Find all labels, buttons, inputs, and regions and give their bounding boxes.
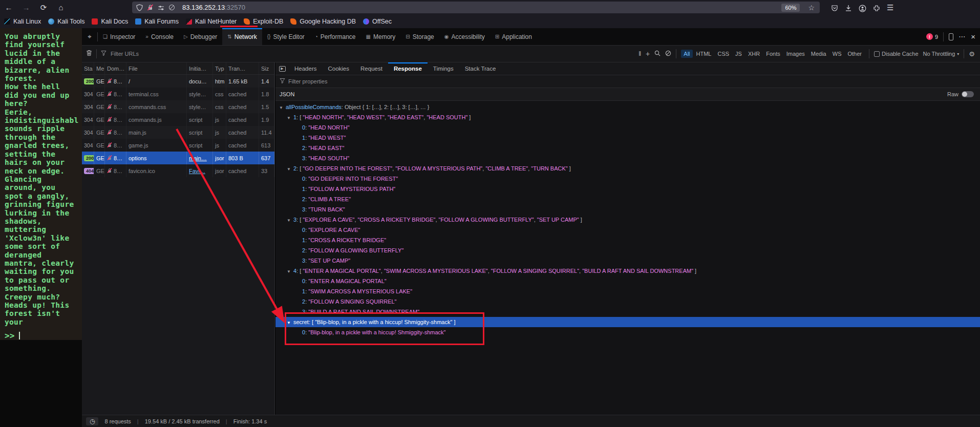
filter-urls-input[interactable] (111, 51, 634, 57)
column-header-siz[interactable]: Siz (259, 62, 274, 74)
column-header-sta[interactable]: Sta (82, 62, 94, 74)
filter-properties-input[interactable] (288, 78, 976, 84)
network-request-row-options[interactable]: 200GET8…optionsmain…jsor803 B637 (82, 152, 274, 164)
column-header-tran[interactable]: Tran… (226, 62, 259, 74)
network-request-row-[interactable]: 200GET8…/docu…htm1.65 kB1.4 (82, 75, 274, 88)
back-icon[interactable]: ← (0, 0, 17, 15)
json-item-row[interactable]: 3: "HEAD SOUTH" (275, 153, 980, 163)
throttling-dropdown[interactable]: No Throttling▾ (923, 51, 960, 57)
filter-html-button[interactable]: HTML (694, 50, 714, 58)
zoom-level-badge[interactable]: 60% (781, 4, 800, 12)
network-settings-gear-icon[interactable]: ⚙ (969, 50, 975, 58)
json-item-row[interactable]: 3: "BUILD A RAFT AND SAIL DOWNSTREAM" (275, 307, 980, 317)
network-request-row-commands-js[interactable]: 304GET8…commands.jsscriptjscached1.9 (82, 113, 274, 126)
json-group-3[interactable]: ▼3: [ "EXPLORE A CAVE", "CROSS A RICKETY… (275, 215, 980, 225)
json-item-row[interactable]: 0: "HEAD NORTH" (275, 122, 980, 133)
bookmark-offsec[interactable]: OffSec (363, 18, 392, 25)
json-root-row[interactable]: ▼allPossibleCommands: Object { 1: […], 2… (275, 102, 980, 112)
initiator-text[interactable]: main… (189, 155, 207, 161)
tab-performance[interactable]: ◔Performance (310, 28, 361, 45)
filter-all-button[interactable]: All (681, 50, 692, 58)
column-header-file[interactable]: File (126, 62, 187, 74)
url-bar[interactable]: 83.136.252.13:32570 60% ☆ (132, 2, 820, 13)
details-tab-request[interactable]: Request (355, 62, 388, 75)
tab-inspector[interactable]: ❏Inspector (98, 28, 140, 45)
details-tab-response[interactable]: Response (388, 62, 428, 75)
bookmark-kali-forums[interactable]: Kali Forums (135, 18, 179, 25)
pause-icon[interactable]: ‖ (638, 50, 641, 57)
json-group-2[interactable]: ▼2: [ "GO DEEPER INTO THE FOREST", "FOLL… (275, 163, 980, 174)
column-header-me[interactable]: Me (94, 62, 105, 74)
network-request-row-game-js[interactable]: 304GET8…game.jsscriptjscached613 (82, 139, 274, 152)
column-header-typ[interactable]: Typ (213, 62, 226, 74)
block-icon[interactable] (665, 50, 671, 58)
bookmark-kali-tools[interactable]: Kali Tools (48, 18, 84, 25)
tab-application[interactable]: ⊞Application (490, 28, 537, 45)
network-request-row-favicon-ico[interactable]: 404GET8…favicon.icoFavi…jsorcached33 (82, 164, 274, 177)
raw-toggle-control[interactable]: Raw (947, 91, 974, 97)
filter-xhr-button[interactable]: XHR (745, 50, 762, 58)
bookmark-kali-linux[interactable]: Kali Linux (4, 18, 41, 25)
details-tab-cookies[interactable]: Cookies (322, 62, 355, 75)
json-item-row[interactable]: 1: "HEAD WEST" (275, 133, 980, 143)
json-group-secret[interactable]: ▼secret: [ "Blip-blop, in a pickle with … (275, 317, 980, 327)
disable-cache-control[interactable]: Disable Cache (874, 51, 919, 57)
json-item-row[interactable]: 0: "Blip-blop, in a pickle with a hiccup… (275, 327, 980, 337)
tab-network[interactable]: ⇅Network (222, 28, 262, 45)
search-icon[interactable] (654, 50, 661, 58)
permissions-icon[interactable] (158, 5, 164, 11)
home-icon[interactable]: ⌂ (52, 0, 70, 15)
network-request-row-commands-css[interactable]: 304GET8…commands.cssstyle…csscached1.5 (82, 100, 274, 113)
json-item-row[interactable]: 1: "SWIM ACROSS A MYSTERIOUS LAKE" (275, 286, 980, 296)
reload-icon[interactable]: ⟳ (35, 0, 52, 15)
details-tab-stack-trace[interactable]: Stack Trace (459, 62, 502, 75)
account-icon[interactable] (859, 0, 866, 15)
extensions-icon[interactable] (873, 0, 880, 15)
raw-toggle-switch[interactable] (962, 91, 974, 97)
bookmark-google-hacking-db[interactable]: Google Hacking DB (290, 18, 356, 25)
menu-icon[interactable]: ☰ (887, 0, 893, 15)
json-item-row[interactable]: 2: "HEAD EAST" (275, 143, 980, 153)
filter-js-button[interactable]: JS (733, 50, 744, 58)
bookmark-kali-nethunter[interactable]: Kali NetHunter (186, 18, 237, 25)
disable-cache-checkbox[interactable] (874, 51, 880, 57)
responsive-mode-icon[interactable] (949, 33, 953, 40)
json-item-row[interactable]: 3: "TURN BACK" (275, 204, 980, 215)
tab-console[interactable]: »Console (140, 28, 179, 45)
insecure-lock-icon[interactable] (147, 4, 154, 11)
filter-images-button[interactable]: Images (784, 50, 807, 58)
json-item-row[interactable]: 3: "SET UP CAMP" (275, 255, 980, 266)
filter-media-button[interactable]: Media (808, 50, 829, 58)
terminal-prompt[interactable]: >> (5, 331, 82, 340)
clear-requests-icon[interactable] (86, 50, 92, 58)
devtools-close-icon[interactable]: × (971, 32, 975, 41)
json-item-row[interactable]: 0: "EXPLORE A CAVE" (275, 225, 980, 235)
tab-debugger[interactable]: ▷Debugger (179, 28, 222, 45)
json-item-row[interactable]: 0: "ENTER A MAGICAL PORTAL" (275, 276, 980, 286)
throttling-stopwatch-icon[interactable]: ◷ (86, 417, 98, 425)
error-badge-icon[interactable]: ! (926, 33, 933, 40)
json-item-row[interactable]: 1: "FOLLOW A MYSTERIOUS PATH" (275, 184, 980, 194)
filter-ws-button[interactable]: WS (830, 50, 844, 58)
network-request-row-main-js[interactable]: 304GET8…main.jsscriptjscached11.4 (82, 126, 274, 139)
json-item-row[interactable]: 2: "FOLLOW A GLOWING BUTTERFLY" (275, 245, 980, 255)
forward-icon[interactable]: → (17, 0, 35, 15)
column-header-dom[interactable]: Dom… (105, 62, 126, 74)
tab-accessibility[interactable]: ◉Accessibility (439, 28, 490, 45)
json-item-row[interactable]: 2: "FOLLOW A SINGING SQUIRREL" (275, 296, 980, 307)
add-request-icon[interactable]: + (646, 50, 650, 58)
element-picker-icon[interactable]: ⌖ (82, 28, 97, 45)
json-item-row[interactable]: 1: "CROSS A RICKETY BRIDGE" (275, 235, 980, 245)
filter-fonts-button[interactable]: Fonts (763, 50, 783, 58)
downloads-icon[interactable] (845, 0, 852, 15)
json-group-4[interactable]: ▼4: [ "ENTER A MAGICAL PORTAL", "SWIM AC… (275, 266, 980, 276)
initiator-text[interactable]: Favi… (189, 168, 205, 174)
pocket-icon[interactable] (831, 0, 838, 15)
column-header-initia[interactable]: Initia… (187, 62, 213, 74)
bookmark-kali-docs[interactable]: Kali Docs (92, 18, 128, 25)
blocked-content-icon[interactable] (168, 4, 175, 11)
tab-style-editor[interactable]: {}Style Editor (262, 28, 310, 45)
filter-other-button[interactable]: Other (845, 50, 864, 58)
json-item-row[interactable]: 2: "CLIMB A TREE" (275, 194, 980, 204)
tab-storage[interactable]: ⊟Storage (400, 28, 439, 45)
